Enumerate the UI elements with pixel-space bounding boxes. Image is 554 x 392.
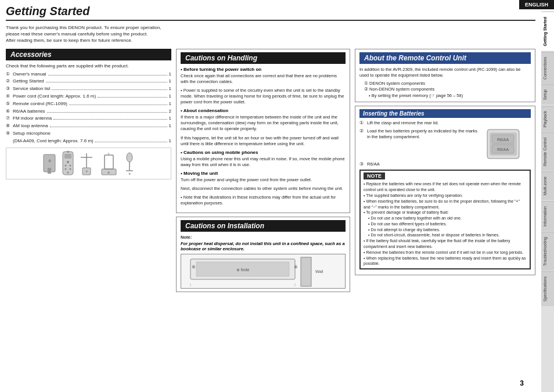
middle-column: Cautions on Handling • Before turning th… (176, 49, 350, 391)
caution-item: • Moving the unit Turn off the power and… (181, 171, 346, 183)
caution-title: • Cautions on using mobile phones (181, 150, 346, 155)
intro-text: Thank you for purchasing this DENON prod… (6, 24, 174, 44)
remote-control-text: In addition to the AVR-2309, the include… (359, 67, 531, 79)
note-item: • To prevent damage or leakage of batter… (364, 210, 527, 215)
note-item: • If the battery fluid should leak, care… (364, 238, 527, 250)
list-item: ⑥ R6/AA batteries 2 (6, 108, 171, 116)
remote-control-header: About the Remote Control Unit (359, 52, 531, 64)
microphone-icon: ⑨ (123, 150, 137, 177)
battery-step-3: ③ R6/AA (359, 161, 531, 167)
note-item: • Replace the batteries with new ones if… (364, 181, 527, 193)
cautions-handling-section: Cautions on Handling • Before turning th… (176, 49, 350, 213)
svg-text:⑨: ⑨ (128, 172, 131, 175)
am-antenna-icon: ⑧ (99, 150, 119, 177)
fm-antenna-icon: ⑦ (78, 150, 95, 177)
page-number: 3 (520, 379, 524, 387)
inserting-batteries-header: Inserting the Batteries (359, 109, 531, 118)
caution-item: • Note that the illustrations in these i… (181, 195, 346, 206)
sidebar-tab-setup[interactable]: Setup (541, 84, 554, 105)
intro-line-1: Thank you for purchasing this DENON prod… (6, 25, 161, 37)
svg-point-5 (67, 161, 69, 163)
battery-step-1: ① Lift the clasp and remove the rear lid… (359, 120, 531, 126)
caution-item: • About condensation If there is a major… (181, 108, 346, 132)
svg-point-7 (69, 164, 71, 166)
sidebar-tab-multi-zone[interactable]: Multi-zone (541, 171, 554, 200)
intro-line-2: After reading them, be sure to keep them… (6, 38, 132, 43)
svg-text:R6/AA: R6/AA (497, 148, 509, 152)
sidebar-tab-playback[interactable]: Playback (541, 106, 554, 132)
remote-list-item: ② Non-DENON system components (364, 87, 531, 93)
installation-text: For proper heat dispersal, do not instal… (181, 241, 346, 251)
svg-rect-17 (105, 155, 113, 169)
caution-text: Turn off the power and unplug the power … (181, 177, 346, 183)
accessories-header: Accessories (6, 49, 171, 60)
svg-rect-4 (64, 154, 71, 159)
caution-text: If there is a major difference in temper… (181, 114, 346, 132)
installation-diagram: ※ Note ※ ※ Wall (181, 254, 346, 289)
caution-item: If this happens, let the unit sit for an… (181, 135, 346, 147)
caution-item: • Before turning the power switch on Che… (181, 67, 346, 85)
list-item: ③ Service station list 1 (6, 85, 171, 93)
note-item: • Do not attempt to charge dry batteries… (364, 227, 527, 233)
remote-icon: ⑤ (62, 150, 74, 177)
svg-point-10 (67, 171, 69, 173)
main-content: Getting Started Thank you for purchasing… (0, 0, 541, 392)
caution-text: Check once again that all connections ar… (181, 73, 346, 85)
remote-list-item: • By setting the preset memory (☞ page 5… (364, 93, 531, 99)
sidebar-tab-troubleshooting[interactable]: Troubleshooting (541, 232, 554, 271)
sidebar-tabs: Getting Started Connections Setup Playba… (541, 12, 554, 392)
sidebar-tab-connections[interactable]: Connections (541, 52, 554, 84)
cautions-installation-header: Cautions on Installation (181, 220, 346, 232)
installation-note-label: Note: (181, 235, 346, 240)
list-item: ⑦ FM indoor antenna 1 (6, 115, 171, 123)
note-item: • Do not use two different types of batt… (364, 221, 527, 227)
svg-rect-29 (301, 257, 311, 286)
sidebar-tab-specifications[interactable]: Specifications (541, 271, 554, 306)
battery-step-2-container: ② Load the two batteries properly as ind… (359, 128, 531, 161)
battery-step-2-text: ② Load the two batteries properly as ind… (359, 128, 481, 142)
right-column: About the Remote Control Unit In additio… (355, 49, 535, 391)
svg-point-6 (64, 164, 66, 166)
battery-svg: R6/AA R6/AA (484, 128, 531, 160)
note-item: • When inserting the batteries, be sure … (364, 199, 527, 210)
inserting-batteries-section: Inserting the Batteries ① Lift the clasp… (355, 106, 535, 275)
caution-text: • Power is supplied to some of the circu… (181, 88, 346, 105)
cautions-handling-header: Cautions on Handling (181, 52, 346, 64)
note-item: • Do not short-circuit, disassemble, hea… (364, 232, 527, 238)
left-column: Accessories Check that the following par… (6, 49, 171, 391)
caution-item: Next, disconnect the connection cables t… (181, 186, 346, 192)
list-item: (DM-A409, Cord length: Approx. 7.6 m) 1 (6, 138, 171, 145)
caution-text: If this happens, let the unit sit for an… (181, 135, 346, 147)
note-item: • Do not use a new battery together with… (364, 215, 527, 221)
remote-control-list: ① DENON system components ② Non-DENON sy… (359, 81, 531, 99)
page-title: Getting Started (6, 5, 535, 21)
list-item: ② Getting Started 1 (6, 78, 171, 85)
sidebar-tab-information[interactable]: Information (541, 201, 554, 231)
note-item: • Remove the batteries from the remote c… (364, 250, 527, 256)
caution-item: • Power is supplied to some of the circu… (181, 88, 346, 105)
accessories-list: ① Owner's manual 1 ② Getting Started 1 ③… (6, 71, 171, 145)
list-item: ⑤ Remote control (RC-1099) 1 (6, 100, 171, 108)
note-item: • The supplied batteries are only for ve… (364, 193, 527, 199)
accessories-subtitle: Check that the following parts are suppl… (6, 63, 171, 69)
cautions-installation-section: Cautions on Installation Note: For prope… (176, 217, 350, 292)
list-item: ⑧ AM loop antenna 1 (6, 123, 171, 130)
accessories-section: Accessories Check that the following par… (6, 49, 171, 179)
svg-text:※: ※ (294, 264, 298, 269)
accessories-images: ④ ⑤ (6, 148, 171, 179)
caution-title: • About condensation (181, 108, 346, 113)
sidebar-tab-remote-control[interactable]: Remote Control (541, 132, 554, 171)
note-box: NOTE • Replace the batteries with new on… (359, 170, 531, 269)
three-column-layout: Accessories Check that the following par… (6, 49, 535, 391)
battery-compartment-illustration: R6/AA R6/AA (484, 128, 531, 161)
list-item: ⑨ Setup microphone (6, 130, 171, 138)
caution-title: • Before turning the power switch on (181, 67, 346, 72)
svg-rect-1 (48, 168, 51, 174)
caution-text: • Note that the illustrations in these i… (181, 195, 346, 206)
note-text: • Replace the batteries with new ones if… (364, 181, 527, 267)
note-item: • When replacing the batteries, have the… (364, 256, 527, 267)
svg-text:R6/AA: R6/AA (497, 138, 509, 142)
sidebar-tab-getting-started[interactable]: Getting Started (541, 12, 554, 51)
svg-text:※ Note: ※ Note (236, 268, 250, 272)
svg-text:Wall: Wall (315, 269, 323, 274)
